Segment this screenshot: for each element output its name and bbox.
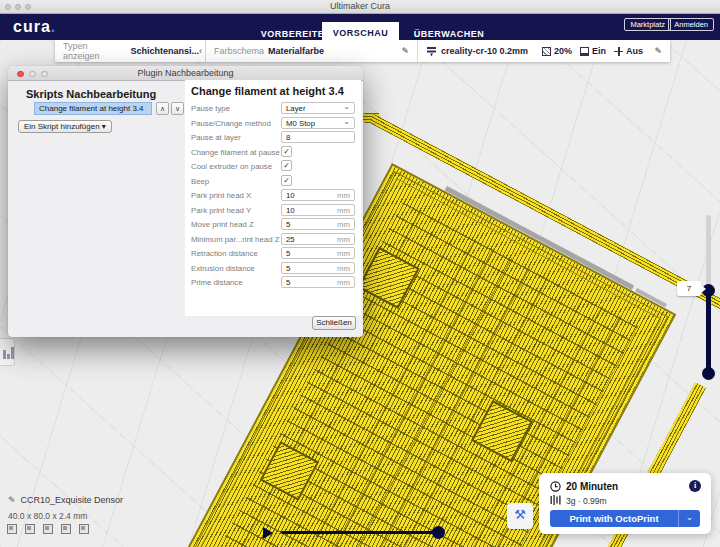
left-view-icon[interactable] <box>61 524 71 534</box>
octoprint-tools-button[interactable]: ⚒ <box>507 503 533 529</box>
chevron-down-icon: ⌄ <box>343 102 350 111</box>
view-type-selector[interactable]: Typen anzeigen Schichtenansi... ‹ <box>55 41 205 61</box>
input-value: 8 <box>286 133 290 142</box>
print-settings-summary[interactable]: creality-cr-10 0.2mm 20% Ein Aus ✎ <box>418 46 670 57</box>
dialog-titlebar[interactable]: Plugin Nachbearbeitung <box>8 66 363 81</box>
pause-method-select[interactable]: M0 Stop⌄ <box>281 117 355 129</box>
setting-label: Park print head X <box>191 191 251 200</box>
dialog-zoom-icon <box>41 71 48 78</box>
pause-at-layer-input[interactable]: 8 <box>281 131 355 143</box>
retraction-distance-input[interactable]: 5mm <box>281 247 355 259</box>
setting-label: Minimum par...rint head Z <box>191 235 279 244</box>
prime-distance-input[interactable]: 5mm <box>281 276 355 288</box>
move-head-z-input[interactable]: 5mm <box>281 218 355 230</box>
print-with-octoprint-button[interactable]: Print with OctoPrint ⌄ <box>550 510 700 527</box>
info-icon[interactable]: i <box>689 480 701 492</box>
setting-label: Move print head Z <box>191 220 254 229</box>
support-icon <box>614 47 623 56</box>
dropdown-caret-icon: ▾ <box>102 122 106 131</box>
input-value: 5 <box>286 249 290 258</box>
unit-label: mm <box>337 220 350 229</box>
dialog-minimize-icon <box>29 71 36 78</box>
move-script-up-button[interactable]: ∧ <box>156 102 169 115</box>
scripts-heading: Skripts Nachbearbeitung <box>26 88 156 100</box>
setting-row: Change filament at pause ✓ <box>191 146 357 160</box>
unit-label: mm <box>337 191 350 200</box>
input-value: 5 <box>286 278 290 287</box>
setting-label: Beep <box>191 177 209 186</box>
dialog-title: Plugin Nachbearbeitung <box>8 66 363 81</box>
dialog-close-button[interactable]: Schließen <box>312 316 356 330</box>
setting-row: Prime distance 5mm <box>191 276 357 290</box>
animation-slider-handle[interactable] <box>432 526 445 539</box>
script-list-item-selected[interactable]: Change filament at height 3.4 <box>34 102 152 115</box>
park-head-y-input[interactable]: 10mm <box>281 204 355 216</box>
main-header: cura. VORBEREITEN VORSCHAU ÜBERWACHEN Ma… <box>0 14 720 40</box>
macos-titlebar: Ultimaker Cura <box>0 0 720 14</box>
color-scheme-legend-button[interactable] <box>0 338 15 366</box>
setting-row: Pause/Change method M0 Stop⌄ <box>191 117 357 131</box>
setting-label: Cool extruder on pause <box>191 162 272 171</box>
material-usage: 3g · 0.99m <box>566 496 607 506</box>
tab-vorschau[interactable]: VORSCHAU <box>322 22 399 44</box>
print-time: 20 Minuten <box>566 481 618 492</box>
add-script-button[interactable]: Ein Skript hinzufügen ▾ <box>18 120 112 133</box>
setting-label: Prime distance <box>191 278 243 287</box>
printer-icon <box>426 46 437 57</box>
signin-button[interactable]: Anmelden <box>668 18 714 31</box>
setting-row: Pause at layer 8 <box>191 131 357 145</box>
logo-dot: . <box>51 18 56 35</box>
setting-row: Cool extruder on pause ✓ <box>191 160 357 174</box>
model-name-row: ✎CCR10_Exquisite Densor <box>8 495 123 505</box>
print-options-chevron[interactable]: ⌄ <box>678 510 700 527</box>
park-head-x-input[interactable]: 10mm <box>281 189 355 201</box>
3d-view-icon[interactable] <box>7 524 17 534</box>
beep-checkbox[interactable]: ✓ <box>281 175 292 186</box>
tab-ueberwachen[interactable]: ÜBERWACHEN <box>406 28 492 40</box>
add-script-label: Ein Skript hinzufügen <box>24 122 100 131</box>
print-button-label: Print with OctoPrint <box>550 510 678 527</box>
edit-pencil-icon[interactable]: ✎ <box>8 495 16 505</box>
view-type-label: Typen anzeigen <box>63 41 126 61</box>
right-view-icon[interactable] <box>79 524 89 534</box>
edit-pencil-icon[interactable]: ✎ <box>654 46 662 56</box>
setting-row: Retraction distance 5mm <box>191 247 357 261</box>
edit-pencil-icon[interactable]: ✎ <box>401 46 409 56</box>
select-value: Layer <box>286 104 306 113</box>
collapse-icon[interactable]: ‹ <box>199 46 202 56</box>
animation-slider-track[interactable] <box>281 531 439 534</box>
input-value: 10 <box>286 206 295 215</box>
front-view-icon[interactable] <box>25 524 35 534</box>
color-scheme-value: Materialfarbe <box>268 46 324 56</box>
bar-chart-icon <box>11 347 14 359</box>
play-icon[interactable] <box>263 527 273 539</box>
min-park-head-z-input[interactable]: 25mm <box>281 233 355 245</box>
layer-number-tooltip: 7 <box>677 281 701 296</box>
color-scheme-selector[interactable]: Farbschema Materialfarbe ✎ <box>206 46 417 56</box>
pause-type-select[interactable]: Layer⌄ <box>281 102 355 114</box>
extrusion-distance-input[interactable]: 5mm <box>281 262 355 274</box>
unit-label: mm <box>337 206 350 215</box>
logo-text: cura <box>13 18 51 35</box>
cura-logo: cura. <box>13 18 56 36</box>
change-filament-checkbox[interactable]: ✓ <box>281 146 292 157</box>
move-script-down-button[interactable]: ∨ <box>171 102 184 115</box>
unit-label: mm <box>337 235 350 244</box>
marketplace-button[interactable]: Marktplatz <box>624 18 671 31</box>
adhesion-value: Ein <box>592 46 606 56</box>
select-value: M0 Stop <box>286 119 315 128</box>
top-view-icon[interactable] <box>43 524 53 534</box>
setting-row: Park print head X 10mm <box>191 189 357 203</box>
layer-slider-lower-handle[interactable] <box>702 367 715 380</box>
settings-heading: Change filament at height 3.4 <box>191 85 344 97</box>
unit-label: mm <box>337 249 350 258</box>
support-value: Aus <box>626 46 643 56</box>
bar-chart-icon <box>7 354 10 359</box>
infill-icon <box>542 47 551 56</box>
dialog-close-icon[interactable] <box>17 71 24 78</box>
cool-extruder-checkbox[interactable]: ✓ <box>281 160 292 171</box>
print-info-panel: 20 Minuten i 3g · 0.99m Print with OctoP… <box>539 473 711 534</box>
input-value: 5 <box>286 264 290 273</box>
clock-icon <box>550 481 561 492</box>
layer-slider-range[interactable] <box>706 289 711 376</box>
